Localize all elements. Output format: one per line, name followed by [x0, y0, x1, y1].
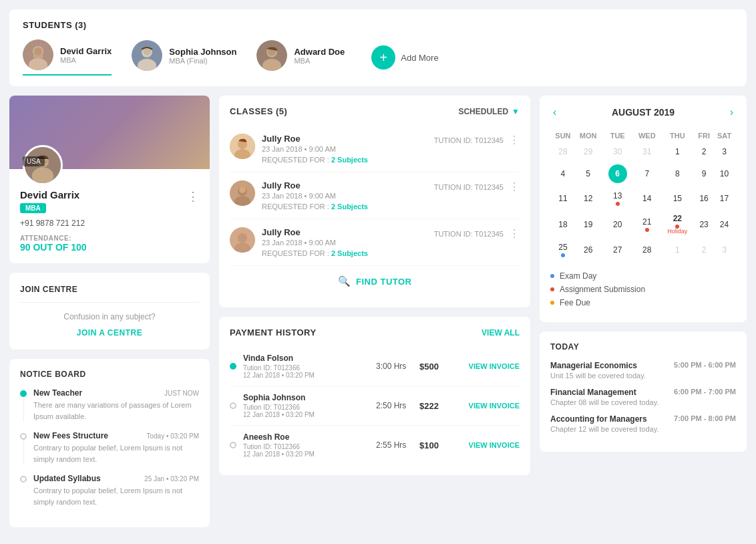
- cal-cell[interactable]: 1: [661, 144, 695, 160]
- legend-assignment-label: Assignment Submission: [560, 285, 645, 294]
- cal-cell[interactable]: 16: [695, 188, 713, 209]
- join-centre-link[interactable]: JOIN A CENTRE: [20, 328, 199, 337]
- payment-title: PAYMENT HISTORY: [230, 327, 317, 337]
- notice-body-1: Contrary to popular belief, Lorem Ipsum …: [33, 442, 199, 464]
- cal-cell[interactable]: 31: [634, 144, 659, 160]
- student-detail-name: Devid Garrix: [20, 189, 79, 200]
- class-date-2: 23 Jan 2018 • 9:00 AM: [262, 239, 368, 247]
- cal-cell[interactable]: 13: [602, 188, 633, 209]
- class-menu-0[interactable]: ⋮: [509, 134, 520, 146]
- payment-item-1: Sophia Johnson Tution ID: T01236612 Jan …: [230, 386, 520, 426]
- subjects-link-1[interactable]: 2 Subjects: [331, 202, 368, 211]
- class-subjects-1: REQUESTED FOR : 2 Subjects: [262, 202, 368, 211]
- scheduled-arrow-icon: ▼: [512, 107, 520, 116]
- calendar-next-button[interactable]: ›: [727, 106, 736, 118]
- notice-heading-0: New Teacher: [33, 388, 82, 398]
- pay-invoice-0[interactable]: VIEW INVOICE: [459, 362, 520, 370]
- join-centre-card: JOIN CENTRE Confusion in any subject? JO…: [9, 273, 210, 350]
- pay-dot-2: [230, 442, 236, 448]
- today-item-2: Accounting for Managers 7:00 PM - 8:00 P…: [550, 414, 736, 433]
- student-item-1[interactable]: Devid Garrix MBA: [23, 39, 112, 76]
- cal-cell[interactable]: 30: [602, 144, 633, 160]
- class-left-1: Jully Roe 23 Jan 2018 • 9:00 AM REQUESTE…: [230, 180, 368, 211]
- cal-cell[interactable]: 25: [552, 239, 574, 261]
- classes-card: CLASSES (5) SCHEDULED ▼: [219, 96, 530, 307]
- student-menu-button[interactable]: ⋮: [187, 189, 199, 204]
- cal-cell[interactable]: 28: [552, 144, 574, 160]
- cal-cell[interactable]: 21: [634, 211, 659, 238]
- cal-cell[interactable]: 19: [576, 211, 600, 238]
- subjects-link-0[interactable]: 2 Subjects: [331, 156, 368, 164]
- cal-cell[interactable]: 2: [695, 239, 713, 261]
- today-subject-name-0: Managerial Economics: [550, 361, 637, 370]
- class-menu-2[interactable]: ⋮: [509, 227, 520, 240]
- class-menu-1[interactable]: ⋮: [509, 180, 520, 193]
- cal-cell[interactable]: 3: [714, 239, 735, 261]
- notice-dot-0: [20, 390, 27, 397]
- calendar-header: ‹ AUGUST 2019 ›: [550, 106, 736, 118]
- class-name-2: Jully Roe: [262, 227, 368, 237]
- cal-cell[interactable]: 29: [576, 144, 600, 160]
- cal-cell[interactable]: 12: [576, 188, 600, 209]
- cal-cell[interactable]: 10: [714, 161, 735, 186]
- pay-dot-0: [230, 363, 236, 370]
- cal-cell[interactable]: 7: [634, 161, 659, 186]
- cal-cell[interactable]: 15: [661, 188, 695, 209]
- cal-cell[interactable]: 11: [552, 188, 574, 209]
- pay-invoice-1[interactable]: VIEW INVOICE: [459, 402, 520, 410]
- svg-point-5: [34, 47, 42, 55]
- student-name-1: Devid Garrix: [60, 46, 112, 56]
- classes-title: CLASSES (5): [230, 106, 287, 116]
- notice-board-card: NOTICE BOARD New Teacher JUST NOW There …: [9, 359, 210, 527]
- class-name-1: Jully Roe: [262, 180, 368, 190]
- payment-card: PAYMENT HISTORY VIEW ALL Vinda Folson Tu…: [219, 317, 530, 475]
- calendar-prev-button[interactable]: ‹: [550, 106, 559, 118]
- cal-cell[interactable]: 5: [576, 161, 600, 186]
- assignment-dot-legend: [550, 287, 554, 291]
- notice-content-1: New Fees Structure Today • 03:20 PM Cont…: [33, 431, 199, 464]
- find-tutor-button[interactable]: 🔍 FIND TUTOR: [230, 266, 520, 297]
- today-time-0: 5:00 PM - 6:00 PM: [674, 361, 736, 370]
- cal-cell[interactable]: 4: [552, 161, 574, 186]
- cal-today-cell[interactable]: 6: [602, 161, 633, 186]
- cal-cell[interactable]: 2: [695, 144, 713, 160]
- scheduled-filter[interactable]: SCHEDULED ▼: [458, 107, 520, 116]
- cal-week-4: 25 26 27 28 1 2 3: [552, 239, 735, 261]
- cal-cell[interactable]: 18: [552, 211, 574, 238]
- student-item-2[interactable]: Sophia Johnson MBA (Final): [132, 40, 236, 75]
- cal-cell[interactable]: 22 Holiday: [661, 211, 695, 238]
- pay-invoice-2[interactable]: VIEW INVOICE: [459, 441, 520, 449]
- add-more-button[interactable]: + Add More: [371, 45, 438, 70]
- subjects-link-2[interactable]: 2 Subjects: [331, 249, 368, 257]
- student-degree-badge: MBA: [20, 203, 46, 213]
- student-item-3[interactable]: Adward Doe MBA: [256, 40, 345, 75]
- cal-cell[interactable]: 23: [695, 211, 713, 238]
- middle-column: CLASSES (5) SCHEDULED ▼: [219, 96, 530, 527]
- pay-sub-1: Tution ID: T01236612 Jan 2018 • 03:20 PM: [243, 404, 369, 418]
- notice-content-2: Updated Syllabus 25 Jan • 03:20 PM Contr…: [33, 474, 199, 507]
- class-right-2: TUTION ID: T012345 ⋮: [434, 227, 520, 240]
- cal-cell[interactable]: 1: [661, 239, 695, 261]
- search-icon: 🔍: [338, 275, 351, 287]
- pay-info-0: Vinda Folson Tution ID: T01236612 Jan 20…: [243, 354, 369, 379]
- class-subjects-0: REQUESTED FOR : 2 Subjects: [262, 156, 368, 164]
- cal-cell[interactable]: 8: [661, 161, 695, 186]
- notice-dot-2: [20, 476, 27, 483]
- cal-cell[interactable]: 26: [576, 239, 600, 261]
- view-all-link[interactable]: VIEW ALL: [482, 328, 520, 337]
- cal-cell[interactable]: 20: [602, 211, 633, 238]
- cal-cell[interactable]: 28: [634, 239, 659, 261]
- cal-cell[interactable]: 14: [634, 188, 659, 209]
- cal-cell[interactable]: 27: [602, 239, 633, 261]
- assignment-dot-21: [645, 228, 649, 232]
- pay-sub-0: Tution ID: T01236612 Jan 2018 • 03:20 PM: [243, 364, 369, 379]
- cal-cell[interactable]: 24: [714, 211, 735, 238]
- cal-week-0: 28 29 30 31 1 2 3: [552, 144, 735, 160]
- pay-info-2: Aneesh Roe Tution ID: T01236612 Jan 2018…: [243, 432, 369, 458]
- cal-cell[interactable]: 3: [714, 144, 735, 160]
- cal-cell[interactable]: 17: [714, 188, 735, 209]
- cal-week-1: 4 5 6 7 8 9 10: [552, 161, 735, 186]
- cal-cell[interactable]: 9: [695, 161, 713, 186]
- today-item-1: Financial Management 6:00 PM - 7:00 PM C…: [550, 388, 736, 406]
- pay-hrs-0: 3:00 Hrs: [376, 362, 413, 371]
